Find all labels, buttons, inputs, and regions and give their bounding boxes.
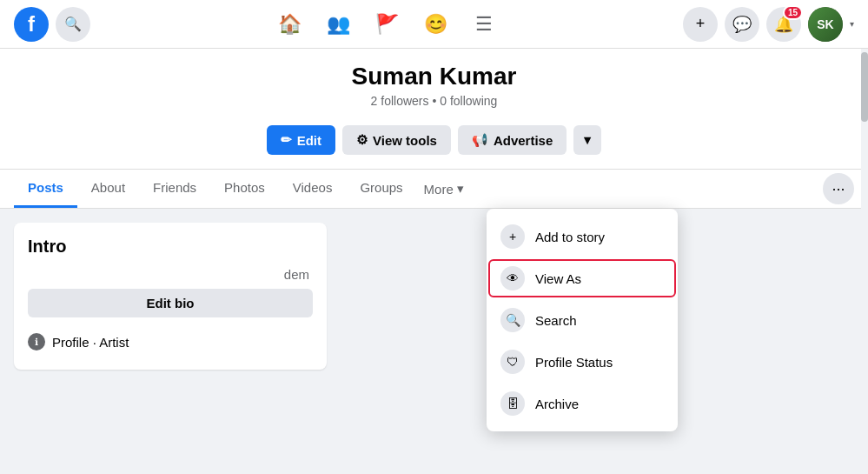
followers-count: 2 followers xyxy=(371,94,429,108)
profile-info-text: Profile · Artist xyxy=(52,335,129,350)
tab-videos-label: Videos xyxy=(293,180,333,195)
friends-icon: 👥 xyxy=(327,13,350,36)
account-chevron-icon: ▾ xyxy=(850,19,854,29)
notification-badge: 15 xyxy=(783,5,803,20)
nav-menu-button[interactable]: ☰ xyxy=(463,3,505,45)
nav-home-button[interactable]: 🏠 xyxy=(268,3,310,45)
nav-gaming-button[interactable]: 😊 xyxy=(414,3,456,45)
view-as-label: View As xyxy=(535,271,581,286)
ellipsis-icon: ··· xyxy=(832,180,845,198)
profile-name: Suman Kumar xyxy=(14,63,854,90)
archive-icon: 🗄 xyxy=(500,391,525,416)
tab-videos[interactable]: Videos xyxy=(279,170,347,208)
notifications-button[interactable]: 🔔 15 xyxy=(766,7,801,42)
fb-logo-letter: f xyxy=(28,12,35,37)
profile-stats: 2 followers • 0 following xyxy=(14,94,854,108)
tab-posts[interactable]: Posts xyxy=(14,170,77,208)
stats-separator: • xyxy=(432,94,436,108)
tab-photos-label: Photos xyxy=(224,180,265,195)
tab-posts-label: Posts xyxy=(28,180,63,195)
navbar-left: f 🔍 xyxy=(14,7,90,42)
navbar: f 🔍 🏠 👥 🚩 😊 ☰ + 💬 🔔 15 xyxy=(0,0,868,49)
nav-friends-button[interactable]: 👥 xyxy=(317,3,359,45)
profile-name-area: Suman Kumar 2 followers • 0 following xyxy=(0,63,868,115)
dropdown-menu: + Add to story 👁 View As 🔍 Search 🛡 Prof… xyxy=(487,209,678,431)
nav-flag-button[interactable]: 🚩 xyxy=(366,3,407,45)
avatar-image: SK xyxy=(808,7,843,42)
account-avatar-button[interactable]: SK xyxy=(808,7,843,42)
navbar-right: + 💬 🔔 15 SK ▾ xyxy=(683,7,854,42)
edit-button[interactable]: ✏ Edit xyxy=(267,125,335,155)
edit-button-label: Edit xyxy=(297,133,321,148)
eye-icon: 👁 xyxy=(500,266,525,290)
add-to-story-icon: + xyxy=(500,224,525,249)
dropdown-profile-status[interactable]: 🛡 Profile Status xyxy=(487,341,678,383)
tab-friends[interactable]: Friends xyxy=(139,170,210,208)
tab-more-chevron-icon: ▾ xyxy=(457,181,464,197)
profile-actions: ✏ Edit ⚙ View tools 📢 Advertise ▾ xyxy=(0,125,868,155)
scrollbar-thumb[interactable] xyxy=(861,52,868,122)
profile-tabs: Posts About Friends Photos Videos Groups… xyxy=(0,170,868,209)
dropdown-search[interactable]: 🔍 Search xyxy=(487,299,678,341)
plus-icon: + xyxy=(696,15,706,33)
search-button[interactable]: 🔍 xyxy=(56,7,90,42)
search-dropdown-icon: 🔍 xyxy=(500,308,525,332)
scrollbar[interactable] xyxy=(861,0,868,474)
facebook-logo[interactable]: f xyxy=(14,7,49,42)
search-label: Search xyxy=(535,313,577,328)
profile-section: Suman Kumar 2 followers • 0 following ✏ … xyxy=(0,49,868,170)
tab-more-label: More xyxy=(424,182,454,197)
edit-bio-button[interactable]: Edit bio xyxy=(28,289,313,317)
view-tools-button[interactable]: ⚙ View tools xyxy=(342,125,451,155)
info-icon: ℹ xyxy=(28,333,45,350)
advertise-label: Advertise xyxy=(494,133,553,148)
tab-about[interactable]: About xyxy=(77,170,139,208)
dropdown-add-to-story[interactable]: + Add to story xyxy=(487,216,678,257)
tab-photos[interactable]: Photos xyxy=(210,170,279,208)
search-icon: 🔍 xyxy=(64,16,82,32)
messenger-button[interactable]: 💬 xyxy=(725,7,759,42)
tab-ellipsis-button[interactable]: ··· xyxy=(823,173,854,204)
actions-dropdown-button[interactable]: ▾ xyxy=(573,125,601,155)
messenger-icon: 💬 xyxy=(732,15,752,34)
view-tools-label: View tools xyxy=(373,133,437,148)
tab-about-label: About xyxy=(91,180,125,195)
tab-friends-label: Friends xyxy=(153,180,196,195)
dropdown-archive[interactable]: 🗄 Archive xyxy=(487,383,678,424)
home-icon: 🏠 xyxy=(278,13,301,36)
intro-dem-text: dem xyxy=(28,267,313,282)
pencil-icon: ✏ xyxy=(281,132,292,148)
following-count: 0 following xyxy=(440,94,497,108)
add-to-story-label: Add to story xyxy=(535,230,605,244)
edit-bio-label: Edit bio xyxy=(147,296,195,310)
create-button[interactable]: + xyxy=(683,7,718,42)
intro-title: Intro xyxy=(28,237,313,257)
profile-status-label: Profile Status xyxy=(535,355,613,370)
menu-icon: ☰ xyxy=(475,13,493,36)
flag-icon: 🚩 xyxy=(375,13,399,36)
chevron-down-icon: ▾ xyxy=(584,132,591,147)
dropdown-view-as[interactable]: 👁 View As xyxy=(487,257,678,299)
tab-more-button[interactable]: More ▾ xyxy=(417,170,471,207)
profile-info-item: ℹ Profile · Artist xyxy=(28,328,313,356)
tab-groups[interactable]: Groups xyxy=(346,170,416,208)
intro-card: Intro dem Edit bio ℹ Profile · Artist xyxy=(14,223,327,370)
advertise-button[interactable]: 📢 Advertise xyxy=(458,125,567,155)
content-area: Intro dem Edit bio ℹ Profile · Artist + … xyxy=(0,209,868,384)
shield-icon: 🛡 xyxy=(500,350,525,374)
tab-groups-label: Groups xyxy=(360,180,402,195)
navbar-center: 🏠 👥 🚩 😊 ☰ xyxy=(90,3,683,45)
megaphone-icon: 📢 xyxy=(472,132,488,148)
archive-label: Archive xyxy=(535,397,579,411)
tools-icon: ⚙ xyxy=(356,132,368,148)
gaming-icon: 😊 xyxy=(424,13,447,36)
